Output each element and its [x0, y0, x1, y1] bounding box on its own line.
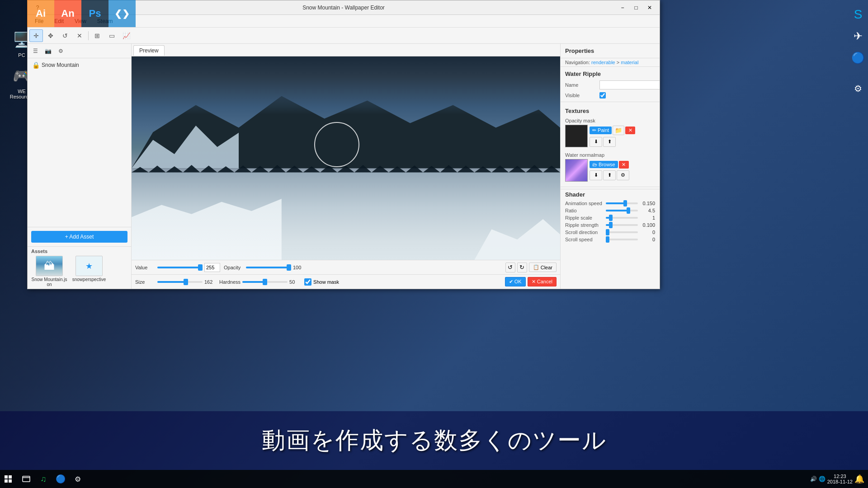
settings-icon-btn[interactable]: ⚙	[617, 170, 629, 180]
asset-snowperspective[interactable]: ★ snowperspective	[71, 256, 107, 287]
value-slider-group: Value 255	[135, 263, 220, 272]
ripple-strength-value: 0.100	[638, 222, 655, 228]
preview-canvas[interactable]	[132, 56, 560, 260]
system-tray-icons: S ✈ 🔵 ⚙	[848, 5, 868, 99]
hardness-slider-group: Hardness 50	[219, 279, 301, 285]
name-input[interactable]	[599, 80, 660, 89]
chart-button[interactable]: 📈	[119, 29, 133, 42]
animate-app-icon[interactable]: An	[54, 0, 81, 27]
scroll-direction-value: 0	[638, 230, 655, 235]
ripple-strength-thumb	[609, 222, 613, 228]
vscode-app-icon[interactable]: ❮❯	[108, 0, 136, 27]
nav-renderable-link[interactable]: renderable	[591, 60, 615, 65]
asset-label-snow-mountain: Snow Mountain.json	[31, 277, 67, 287]
scroll-direction-label: Scroll direction	[565, 230, 606, 235]
hardness-slider-track[interactable]	[242, 281, 288, 283]
name-prop-label: Name	[565, 82, 597, 88]
ripple-scale-value: 1	[638, 215, 655, 221]
visible-checkbox[interactable]	[599, 92, 606, 99]
folder-button[interactable]: 📁	[613, 126, 624, 135]
maximize-button[interactable]: □	[630, 3, 642, 13]
preview-tab-bar: Preview	[132, 44, 560, 56]
download-icon-btn2[interactable]: ⬇	[590, 170, 602, 180]
clear-button[interactable]: 📋 Clear	[529, 263, 557, 272]
ratio-value: 4.5	[638, 208, 655, 213]
ok-button[interactable]: ✔ OK	[505, 277, 526, 286]
animation-speed-fill	[606, 202, 625, 204]
scroll-speed-slider[interactable]	[606, 239, 638, 240]
add-asset-label: + Add Asset	[65, 234, 94, 240]
close-button[interactable]: ✕	[643, 3, 656, 13]
animation-speed-row: Animation speed 0.150	[565, 201, 655, 206]
delete-opacity-mask-button[interactable]: ✕	[625, 127, 635, 134]
single-view-button[interactable]: ▭	[105, 29, 118, 42]
close-tool-button[interactable]: ✕	[73, 29, 86, 42]
asset-snow-mountain-json[interactable]: 🏔 Snow Mountain.json	[31, 256, 67, 287]
upload-icon-btn2[interactable]: ⬆	[603, 170, 616, 180]
nav-material-link[interactable]: material	[621, 60, 638, 65]
ratio-row: Ratio 4.5	[565, 208, 655, 213]
camera-button[interactable]: 📷	[42, 46, 54, 56]
size-slider-track[interactable]	[157, 281, 203, 283]
value-slider-track[interactable]	[157, 267, 203, 268]
redo-button[interactable]: ↻	[517, 263, 527, 272]
start-button[interactable]	[0, 471, 16, 487]
refresh-button[interactable]: ↺	[58, 29, 72, 42]
water-normalmap-row: 🗁 Browse ✕ ⬇ ⬆ ⚙	[565, 159, 655, 182]
tree-item-snow-mountain[interactable]: 🔒 Snow Mountain	[29, 60, 129, 70]
download-icon-btn1[interactable]: ⬇	[590, 137, 602, 147]
ripple-strength-slider[interactable]	[606, 224, 638, 226]
svg-rect-2	[5, 479, 8, 483]
size-slider-thumb	[184, 279, 188, 285]
select-tool-button[interactable]: ✥	[44, 29, 57, 42]
browse-button[interactable]: 🗁 Browse	[590, 161, 618, 168]
cancel-button[interactable]: ✕ Cancel	[528, 277, 557, 286]
ratio-label: Ratio	[565, 208, 606, 213]
opacity-slider-thumb	[287, 264, 291, 271]
divider2	[561, 187, 660, 187]
preview-area: Preview	[132, 44, 560, 260]
notification-button[interactable]: 🔔	[854, 474, 864, 484]
bottom-toolbars: Value 255 Opacity	[132, 260, 560, 289]
hardness-slider-thumb	[263, 279, 267, 285]
opacity-slider-track[interactable]	[246, 267, 291, 268]
sidebar-tree: 🔒 Snow Mountain	[28, 58, 131, 227]
list-view-button[interactable]: ☰	[29, 46, 41, 56]
paint-button[interactable]: ✏ Paint	[590, 127, 612, 134]
telegram-icon[interactable]: ✈	[848, 26, 868, 46]
delete-normalmap-button[interactable]: ✕	[619, 161, 629, 169]
paint-cursor-circle	[314, 122, 359, 167]
undo-button[interactable]: ↺	[505, 263, 515, 272]
water-normalmap-thumb	[565, 159, 588, 182]
toolbar-sep1	[88, 31, 89, 40]
taskbar-settings-icon[interactable]: ⚙	[70, 471, 86, 487]
taskbar-chrome-icon[interactable]: 🔵	[52, 471, 69, 487]
opacity-mask-row: ✏ Paint 📁 ✕ ⬇ ⬆	[565, 125, 655, 147]
taskbar-time-value: 12:23	[827, 474, 853, 479]
animation-speed-thumb	[623, 200, 627, 206]
ratio-slider[interactable]	[606, 210, 638, 211]
illustrator-app-icon[interactable]: Ai	[27, 0, 54, 27]
move-tool-button[interactable]: ✛	[29, 29, 43, 42]
value-input[interactable]: 255	[204, 263, 220, 272]
steam-icon[interactable]: ⚙	[848, 79, 868, 99]
settings-button[interactable]: ⚙	[55, 46, 66, 56]
skype-icon[interactable]: S	[848, 5, 868, 24]
grid-view-button[interactable]: ⊞	[90, 29, 104, 42]
water-normalmap-label: Water normalmap	[565, 152, 655, 158]
scroll-speed-value: 0	[638, 237, 655, 242]
animation-speed-slider[interactable]	[606, 202, 638, 204]
tab-preview[interactable]: Preview	[133, 45, 165, 56]
add-asset-button[interactable]: + Add Asset	[31, 231, 127, 243]
opacity-mask-small-btns: ⬇ ⬆	[590, 137, 655, 147]
taskbar-spotify-icon[interactable]: ♫	[35, 471, 52, 487]
taskbar-explorer-icon[interactable]	[18, 471, 34, 487]
show-mask-checkbox[interactable]	[304, 278, 311, 286]
minimize-button[interactable]: −	[616, 3, 629, 13]
photoshop-app-icon[interactable]: Ps	[81, 0, 108, 27]
divider1	[561, 102, 660, 102]
upload-icon-btn1[interactable]: ⬆	[603, 137, 616, 147]
ripple-scale-slider[interactable]	[606, 217, 638, 219]
chrome-icon[interactable]: 🔵	[848, 48, 868, 68]
scroll-direction-slider[interactable]	[606, 231, 638, 233]
